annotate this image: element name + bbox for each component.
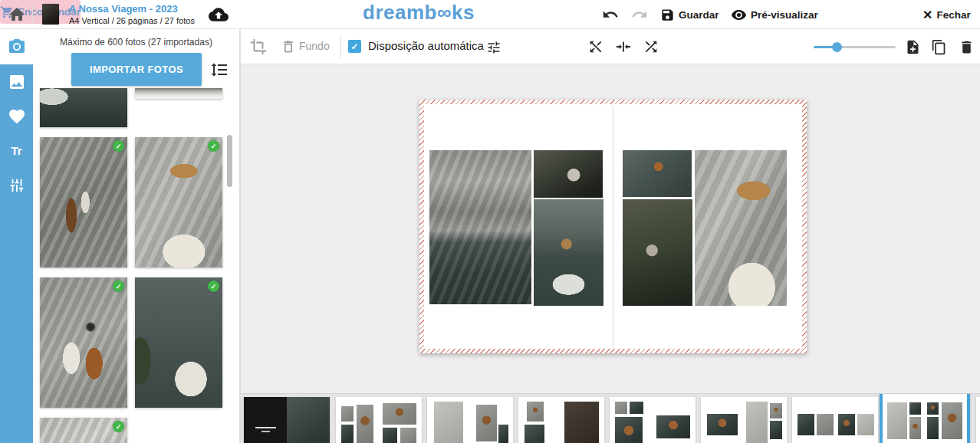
sidebar-item-favorites[interactable] — [0, 99, 33, 133]
preview-label: Pré-visualizar — [751, 9, 818, 21]
check-icon: ✓ — [208, 140, 219, 152]
spread-photo-cliff-lake[interactable] — [429, 150, 531, 304]
cloud-upload-icon[interactable] — [209, 5, 229, 25]
auto-layout-label[interactable]: Disposição automática — [368, 39, 484, 52]
topbar: A Nossa Viagem - 2023 A4 Vertical / 26 p… — [0, 0, 980, 29]
spread-photo-bridge-couple[interactable] — [623, 199, 692, 306]
sidebar-item-layouts[interactable] — [0, 64, 33, 99]
duplicate-page-button[interactable] — [931, 38, 948, 55]
delete-page-button[interactable] — [959, 38, 975, 55]
panel-photo-boat-water[interactable] — [40, 88, 127, 127]
page-filmstrip — [240, 393, 980, 443]
zoom-slider-knob[interactable] — [832, 42, 842, 52]
sliders-icon — [8, 177, 25, 194]
background-button[interactable] — [281, 38, 298, 55]
cover-subtitle-line — [261, 431, 270, 432]
spread-photo-hat-portrait[interactable] — [695, 150, 787, 306]
close-icon: ✕ — [922, 8, 932, 22]
close-label: Fechar — [936, 9, 970, 21]
check-icon: ✓ — [208, 281, 219, 292]
save-button[interactable]: Guardar — [660, 0, 719, 29]
filmstrip-page-cover[interactable] — [244, 397, 330, 443]
preview-button[interactable]: Pré-visualizar — [731, 0, 818, 29]
filmstrip-page-2[interactable] — [427, 397, 513, 443]
spread-photo-rowboat[interactable] — [534, 199, 603, 306]
cover-title-line — [255, 427, 276, 428]
book-title-block: A Nossa Viagem - 2023 A4 Vertical / 26 p… — [69, 3, 195, 26]
editor-toolbar: Fundo ✓ Disposição automática — [240, 29, 980, 64]
topbar-divider — [32, 5, 33, 25]
save-icon — [660, 8, 675, 22]
auto-layout-options-button[interactable] — [486, 39, 503, 56]
auto-layout-checkbox[interactable]: ✓ — [348, 40, 361, 53]
book-subtitle: A4 Vertical / 26 páginas / 27 fotos — [69, 16, 195, 26]
sidebar-item-settings[interactable] — [0, 168, 33, 202]
book-spread — [419, 100, 807, 353]
dreambooks-logo: dreamb∞ks — [363, 1, 475, 25]
sort-order-button[interactable] — [210, 61, 229, 79]
trash-icon — [281, 39, 298, 54]
add-page-button[interactable] — [905, 38, 922, 55]
filmstrip-page-1[interactable] — [336, 397, 422, 443]
photo-panel: Máximo de 600 fotos (27 importadas) IMPO… — [33, 29, 240, 443]
text-icon: Tr — [11, 144, 21, 157]
shuffle-icon — [643, 38, 659, 55]
panel-photo-partial[interactable] — [135, 88, 222, 99]
sort-icon — [210, 61, 229, 79]
logo-text-post: ks — [452, 1, 475, 24]
filmstrip-page-8-partial[interactable] — [976, 397, 980, 443]
close-button[interactable]: ✕ Fechar — [922, 0, 971, 29]
undo-button[interactable] — [601, 0, 620, 29]
undo-icon — [602, 6, 619, 23]
crop-button[interactable] — [250, 38, 267, 55]
cover-front — [244, 397, 287, 443]
check-icon: ✓ — [350, 41, 358, 52]
collapse-horizontal-icon — [615, 38, 632, 55]
spread-photo-climber[interactable] — [623, 150, 692, 197]
save-label: Guardar — [679, 9, 719, 21]
home-icon — [8, 5, 26, 24]
filmstrip-page-3[interactable] — [518, 397, 604, 443]
book-title: A Nossa Viagem - 2023 — [69, 3, 195, 15]
heart-icon — [8, 107, 26, 126]
panel-photo-hat-woman[interactable]: ✓ — [135, 137, 222, 267]
swap-pages-button[interactable] — [587, 38, 604, 55]
book-cover-thumbnail — [42, 4, 59, 25]
logo-text-pre: dreamb — [363, 1, 437, 24]
sidebar-item-text[interactable]: Tr — [0, 133, 33, 168]
background-label[interactable]: Fundo — [299, 40, 330, 52]
redo-button[interactable] — [630, 0, 649, 29]
collapse-horizontal-button[interactable] — [615, 38, 632, 55]
image-icon — [8, 73, 26, 91]
filmstrip-page-6[interactable] — [792, 397, 878, 443]
zoom-slider[interactable] — [814, 38, 896, 55]
sidebar: Tr — [0, 29, 33, 443]
panel-photo-rock-detail[interactable]: ✓ — [40, 418, 127, 443]
add-page-icon — [905, 39, 922, 55]
panel-photo-selfie-couple[interactable]: ✓ — [40, 277, 127, 408]
import-photos-button[interactable]: IMPORTAR FOTOS — [71, 53, 202, 86]
check-icon: ✓ — [113, 140, 124, 152]
canvas — [240, 64, 980, 393]
app: A Nossa Viagem - 2023 A4 Vertical / 26 p… — [0, 0, 980, 443]
photo-limit-text: Máximo de 600 fotos (27 importadas) — [33, 37, 239, 48]
selected-page-content — [883, 393, 967, 443]
filmstrip-page-4[interactable] — [610, 397, 696, 443]
crop-icon — [250, 38, 267, 55]
infinity-icon: ∞ — [437, 1, 452, 24]
check-icon: ✓ — [113, 281, 124, 292]
delete-page-icon — [959, 39, 975, 55]
filmstrip-page-5[interactable] — [701, 397, 787, 443]
sidebar-item-photos[interactable] — [0, 29, 33, 64]
filmstrip-page-7-selected[interactable] — [880, 393, 970, 443]
check-icon: ✓ — [113, 421, 124, 432]
panel-scrollbar[interactable] — [227, 135, 232, 187]
eye-icon — [731, 7, 747, 23]
page-split-line — [613, 105, 613, 348]
spread-photo-cave-woman[interactable] — [534, 150, 603, 198]
home-button[interactable] — [8, 5, 26, 24]
panel-photo-man-rock[interactable]: ✓ — [40, 137, 127, 267]
panel-photo-lake-woman[interactable]: ✓ — [135, 277, 222, 408]
shuffle-layout-button[interactable] — [643, 38, 659, 55]
redo-icon — [631, 6, 648, 23]
